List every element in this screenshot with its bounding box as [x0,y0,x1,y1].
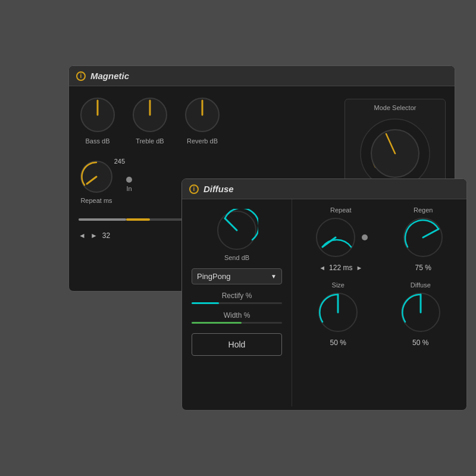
diffuse-content: Send dB PingPong ▼ Rectify % Width % [182,199,466,406]
transport-prev[interactable]: ◄ [79,231,86,240]
width-fill [192,322,242,324]
diffuse-knob-label: Diffuse [411,281,431,289]
in-label: In [126,185,131,192]
right-top-section: Repeat ◄ 122 ms [302,206,457,272]
rectify-fill [192,302,219,304]
repeat-ms-knob[interactable] [79,159,114,195]
treble-db-knob[interactable] [131,96,169,134]
repeat-dot [362,234,368,240]
diffuse-titlebar: i Diffuse [182,179,466,199]
in-indicator [126,177,132,183]
treble-db-label: Treble dB [136,137,164,145]
repeat-ms-display: ◄ 122 ms ► [319,264,362,272]
diffuse-right-panel: Repeat ◄ 122 ms [292,199,466,406]
diffuse-knob-group: Diffuse 50 % [399,281,442,347]
regen-pct: 75 % [415,264,431,272]
diffuse-knob[interactable] [399,291,442,334]
pingpong-dropdown[interactable]: PingPong ▼ [192,268,282,284]
width-label: Width % [224,311,250,320]
repeat-next-arrow[interactable]: ► [356,264,362,271]
reverb-db-knob[interactable] [183,96,221,134]
dropdown-value: PingPong [197,272,230,281]
magnetic-slider-yellow [126,218,150,221]
transport-next[interactable]: ► [90,231,98,240]
repeat-ms-label: Repeat ms [80,197,112,204]
regen-group: Regen 75 % [402,206,444,272]
diffuse-window: i Diffuse Send dB PingPong ▼ [181,178,467,411]
info-icon[interactable]: i [76,71,86,81]
right-bottom-section: Size 50 % Diffuse [302,281,457,347]
regen-knob[interactable] [402,216,444,259]
regen-label: Regen [414,206,433,214]
repeat-group: Repeat ◄ 122 ms [314,206,368,272]
diffuse-title: Diffuse [203,184,234,194]
repeat-prev-arrow[interactable]: ◄ [319,264,325,271]
send-db-group: Send dB [215,209,258,261]
magnetic-slider-track[interactable] [79,218,198,221]
rectify-slider[interactable] [192,302,282,304]
bass-db-group: Bass dB [79,96,117,145]
transport-num: 32 [102,231,110,240]
dropdown-arrow-icon: ▼ [271,273,277,280]
repeat-knob[interactable] [314,216,357,259]
size-group: Size 50 % [317,281,359,347]
repeat-ms-val: 122 ms [329,264,352,272]
send-db-knob[interactable] [215,209,258,252]
rectify-section: Rectify % [192,292,282,304]
rectify-label: Rectify % [222,292,252,300]
repeat-label: Repeat [330,206,351,214]
magnetic-slider-fill [79,218,126,221]
magnetic-titlebar: i Magnetic [69,66,455,86]
bass-db-knob[interactable] [79,96,117,134]
bass-db-label: Bass dB [86,137,110,145]
width-slider[interactable] [192,322,282,324]
size-knob[interactable] [317,291,359,334]
diffuse-pct: 50 % [412,339,428,347]
hold-button[interactable]: Hold [192,333,282,356]
mode-selector-label: Mode Selector [374,104,416,111]
diffuse-info-icon[interactable]: i [189,184,199,194]
size-label: Size [332,281,345,289]
treble-db-group: Treble dB [131,96,169,145]
reverb-db-label: Reverb dB [187,137,218,145]
diffuse-left-panel: Send dB PingPong ▼ Rectify % Width % [182,199,292,406]
knobs-row: Bass dB Treble dB Reverb dB [79,96,245,147]
magnetic-title: Magnetic [90,71,129,81]
repeat-ms-group: 245 Repeat ms [79,159,114,204]
repeat-ms-value: 245 [114,158,125,165]
width-section: Width % [192,311,282,324]
send-db-label: Send dB [224,254,249,261]
reverb-db-group: Reverb dB [183,96,221,145]
size-pct: 50 % [330,339,346,347]
